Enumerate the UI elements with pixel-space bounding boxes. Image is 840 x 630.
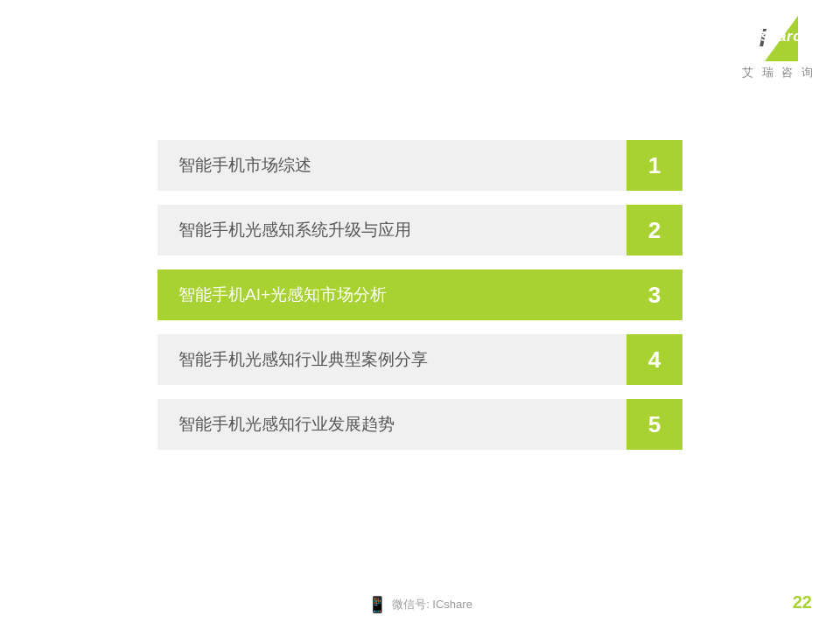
- menu-item-number-1: 1: [626, 140, 682, 191]
- main-content: 智能手机市场综述1智能手机光感知系统升级与应用2智能手机AI+光感知市场分析3智…: [158, 140, 682, 450]
- menu-item-number-3: 3: [626, 270, 682, 320]
- menu-list: 智能手机市场综述1智能手机光感知系统升级与应用2智能手机AI+光感知市场分析3智…: [158, 140, 682, 450]
- menu-item-number-5: 5: [626, 399, 682, 450]
- logo-brand: i Research: [760, 16, 799, 61]
- menu-item-3[interactable]: 智能手机AI+光感知市场分析3: [158, 270, 682, 320]
- menu-item-number-2: 2: [626, 205, 682, 256]
- menu-item-1[interactable]: 智能手机市场综述1: [158, 140, 682, 191]
- menu-item-2[interactable]: 智能手机光感知系统升级与应用2: [158, 205, 682, 256]
- menu-item-label-2: 智能手机光感知系统升级与应用: [158, 205, 626, 256]
- menu-item-4[interactable]: 智能手机光感知行业典型案例分享4: [158, 334, 682, 385]
- logo-research-container: Research: [765, 16, 798, 61]
- menu-item-number-4: 4: [626, 334, 682, 385]
- menu-item-label-3: 智能手机AI+光感知市场分析: [158, 270, 626, 320]
- menu-item-label-4: 智能手机光感知行业典型案例分享: [158, 334, 626, 385]
- menu-item-5[interactable]: 智能手机光感知行业发展趋势5: [158, 399, 682, 450]
- wechat-label: 微信号: ICshare: [392, 597, 472, 612]
- menu-item-label-5: 智能手机光感知行业发展趋势: [158, 399, 626, 450]
- wechat-footer: 📱 微信号: ICshare: [368, 595, 472, 614]
- logo-subtitle: 艾 瑞 咨 询: [742, 65, 816, 80]
- logo-area: i Research 艾 瑞 咨 询: [742, 16, 816, 80]
- page-number: 22: [793, 592, 812, 612]
- menu-item-label-1: 智能手机市场综述: [158, 140, 626, 191]
- logo-research-text: Research: [740, 28, 811, 46]
- wechat-icon: 📱: [368, 595, 387, 614]
